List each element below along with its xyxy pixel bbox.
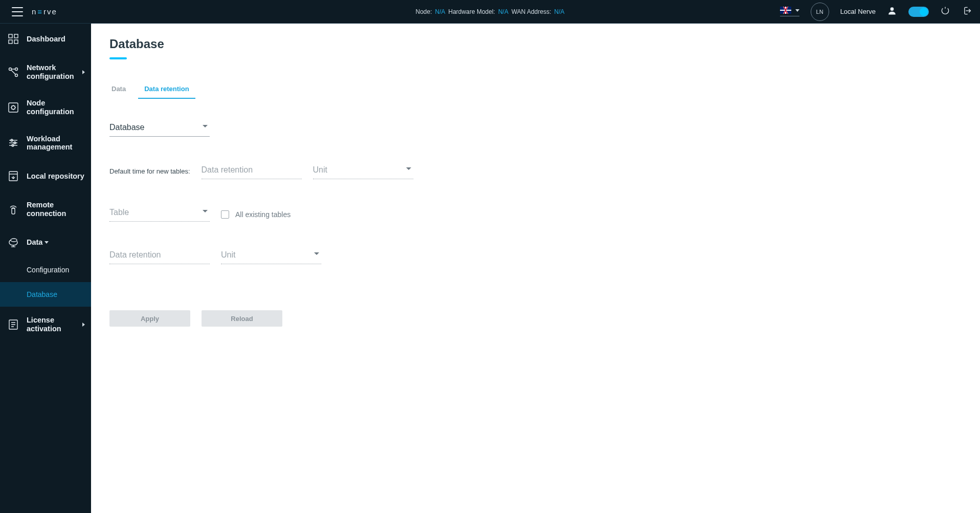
table-data-retention-input[interactable] (109, 247, 210, 264)
avatar[interactable]: LN (811, 3, 829, 21)
instance-label: Local Nerve (840, 8, 876, 15)
database-select[interactable] (109, 120, 210, 137)
sidebar-item-label: Workload management (27, 135, 86, 152)
sidebar-item-dashboard[interactable]: Dashboard (0, 24, 91, 54)
license-icon (7, 318, 19, 331)
table-unit-select[interactable] (221, 247, 321, 264)
all-existing-tables-label: All existing tables (235, 210, 291, 219)
chevron-down-icon (44, 241, 49, 244)
language-selector[interactable] (780, 7, 799, 16)
repository-icon (7, 170, 19, 182)
network-icon (7, 66, 19, 78)
sidebar-item-label: Network configuration (27, 63, 75, 80)
reboot-icon[interactable] (940, 6, 950, 17)
menu-toggle[interactable] (12, 7, 23, 16)
sidebar-item-node-configuration[interactable]: Node configuration (0, 90, 91, 125)
svg-point-6 (15, 68, 18, 70)
chevron-down-icon (203, 125, 208, 127)
main-content: Database Data Data retention Default tim… (91, 24, 980, 513)
chevron-down-icon (314, 252, 319, 255)
page-title: Database (109, 37, 962, 51)
expand-icon (82, 70, 85, 74)
node-info: Node:N/A Hardware Model:N/A WAN Address:… (415, 8, 564, 15)
user-icon[interactable] (887, 6, 897, 17)
title-underline (109, 57, 127, 59)
sidebar-item-license-activation[interactable]: License activation (0, 307, 91, 342)
connection-toggle[interactable] (908, 7, 929, 17)
apply-button[interactable]: Apply (109, 310, 190, 327)
data-icon (7, 236, 19, 248)
flag-uk-icon (780, 7, 791, 14)
default-time-label: Default time for new tables: (109, 167, 190, 179)
remote-icon (7, 203, 19, 216)
sidebar-item-label: Dashboard (27, 35, 86, 44)
svg-rect-14 (12, 208, 15, 214)
default-data-retention-input[interactable] (202, 162, 302, 179)
svg-rect-4 (14, 40, 18, 44)
svg-rect-2 (14, 34, 18, 38)
sidebar-item-label: Data (27, 238, 86, 247)
default-unit-select[interactable] (313, 162, 413, 179)
svg-point-0 (890, 7, 894, 11)
sidebar: Dashboard Network configuration Node con… (0, 24, 91, 513)
tab-data[interactable]: Data (109, 82, 128, 99)
chevron-down-icon (203, 210, 208, 212)
chevron-down-icon (406, 167, 411, 170)
all-existing-tables-checkbox[interactable] (221, 210, 229, 219)
svg-rect-8 (9, 103, 18, 112)
node-config-icon (7, 101, 19, 114)
sidebar-item-local-repository[interactable]: Local repository (0, 161, 91, 191)
sidebar-item-data[interactable]: Data (0, 227, 91, 258)
expand-icon (82, 323, 85, 327)
logo: n≡rve (32, 7, 57, 16)
sidebar-item-label: Node configuration (27, 99, 86, 116)
sidebar-item-label: License activation (27, 316, 75, 333)
topbar: n≡rve Node:N/A Hardware Model:N/A WAN Ad… (0, 0, 980, 24)
table-select[interactable] (109, 205, 210, 222)
sidebar-item-workload-management[interactable]: Workload management (0, 125, 91, 161)
sidebar-item-network-configuration[interactable]: Network configuration (0, 54, 91, 90)
sidebar-subitem-database[interactable]: Database (0, 282, 91, 307)
svg-rect-1 (9, 34, 12, 38)
tab-data-retention[interactable]: Data retention (142, 82, 191, 99)
tabs: Data Data retention (109, 82, 962, 99)
sidebar-subitem-configuration[interactable]: Configuration (0, 258, 91, 282)
sidebar-item-label: Remote connection (27, 201, 86, 218)
workload-icon (7, 137, 19, 149)
sidebar-item-remote-connection[interactable]: Remote connection (0, 191, 91, 227)
logout-icon[interactable] (962, 6, 972, 17)
svg-rect-3 (9, 40, 12, 44)
dashboard-icon (7, 33, 19, 45)
chevron-down-icon (795, 9, 799, 12)
reload-button[interactable]: Reload (202, 310, 282, 327)
sidebar-item-label: Local repository (27, 172, 86, 181)
